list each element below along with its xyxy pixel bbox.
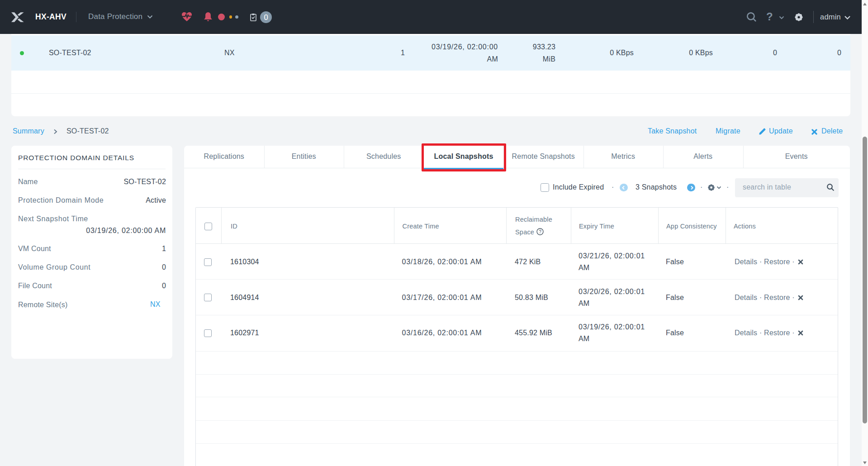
svg-text:?: ? (539, 229, 541, 234)
